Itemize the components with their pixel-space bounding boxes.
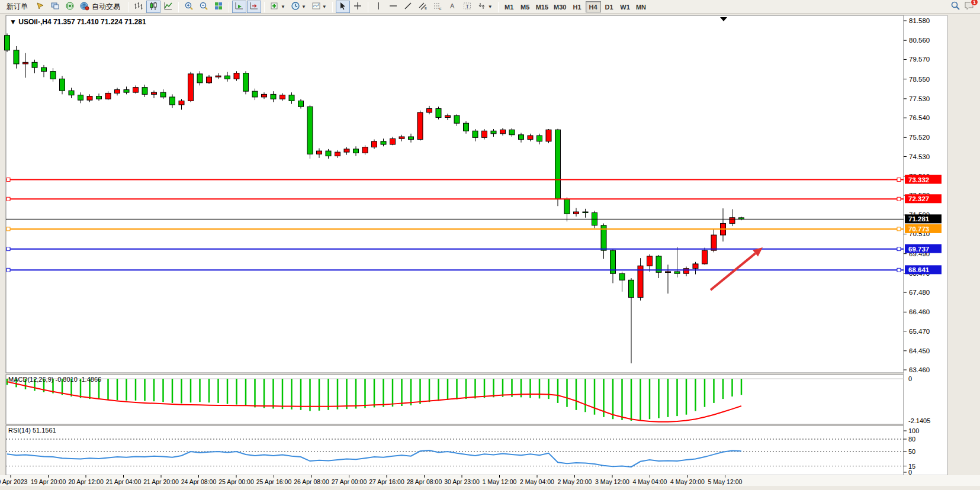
terminal-button[interactable] <box>48 1 62 13</box>
candle-body <box>509 130 515 134</box>
candle-body <box>730 218 735 224</box>
candle-body <box>87 96 92 101</box>
label-tool-button[interactable]: T <box>460 1 474 13</box>
chart-area[interactable]: ▼ USOil-,H4 71.357 71.410 71.224 71.2818… <box>0 14 980 490</box>
main-chart-panel[interactable] <box>6 15 904 373</box>
timeframe-button-m1[interactable]: M1 <box>502 1 517 12</box>
toolbar-separator <box>229 2 229 12</box>
line-chart-mode-button[interactable] <box>161 1 175 13</box>
candle-body <box>445 115 451 117</box>
candle-body <box>115 90 120 94</box>
periods-button[interactable]: ▼ <box>288 1 309 13</box>
timeframe-button-h1[interactable]: H1 <box>570 1 585 12</box>
monitors-icon <box>50 1 60 12</box>
indicators-button[interactable]: ▼ <box>268 1 288 13</box>
candle-body <box>234 73 239 79</box>
line-handle[interactable] <box>897 178 901 182</box>
candle-body <box>454 115 460 123</box>
time-axis-label: 26 Apr 08:00 <box>294 478 329 485</box>
candle-body <box>629 280 634 297</box>
candle-body <box>317 151 322 154</box>
price-axis-label: 78.550 <box>909 76 930 83</box>
line-handle[interactable] <box>7 268 10 272</box>
auto-scroll-button[interactable] <box>232 1 246 13</box>
candle-body <box>335 152 340 156</box>
svg-text:F: F <box>439 7 442 11</box>
time-axis-label: 30 Apr 23:00 <box>444 478 480 485</box>
price-axis-label: 81.580 <box>909 17 930 24</box>
time-axis-label: 4 May 04:00 <box>633 478 667 485</box>
new-order-button[interactable]: 新订单 <box>2 1 33 13</box>
line-handle[interactable] <box>897 268 901 272</box>
chart-shift-icon <box>249 1 259 12</box>
zoom-out-button[interactable] <box>197 1 211 13</box>
candle-body <box>289 95 294 101</box>
notifications-button[interactable]: 1 <box>964 1 975 13</box>
line-handle[interactable] <box>897 197 901 201</box>
candle-body <box>354 149 359 153</box>
cursor-button[interactable] <box>336 1 350 13</box>
vertical-line-icon <box>374 1 383 12</box>
chart-window-button[interactable] <box>33 1 47 13</box>
candle-body <box>32 62 37 67</box>
line-handle[interactable] <box>7 178 10 182</box>
candle-body <box>133 88 139 92</box>
equidistant-channel-icon: E <box>418 1 428 12</box>
templates-button[interactable]: ▼ <box>309 1 329 13</box>
zoom-in-button[interactable] <box>182 1 196 13</box>
candle-body <box>197 74 203 83</box>
auto-scroll-icon <box>234 1 244 12</box>
time-axis-label: 1 May 12:00 <box>483 478 517 485</box>
horizontal-line-tool-button[interactable] <box>386 1 400 13</box>
candle-body <box>564 199 570 214</box>
timeframe-button-d1[interactable]: D1 <box>602 1 617 12</box>
candle-body <box>69 91 74 95</box>
channel-tool-button[interactable]: E <box>416 1 430 13</box>
tile-windows-button[interactable] <box>211 1 226 13</box>
line-handle[interactable] <box>897 247 901 251</box>
toolbar-separator <box>332 2 333 12</box>
price-tag-label: 69.737 <box>908 246 929 253</box>
rsi-panel[interactable] <box>6 425 904 475</box>
time-axis-label: 25 Apr 00:00 <box>219 478 254 485</box>
candle-body <box>207 77 212 83</box>
timeframe-button-h4[interactable]: H4 <box>586 1 601 12</box>
timeframe-button-w1[interactable]: W1 <box>618 1 633 12</box>
chart-shift-button[interactable] <box>247 1 261 13</box>
candle-body <box>666 272 671 273</box>
line-handle[interactable] <box>7 247 10 251</box>
timeframe-button-m30[interactable]: M30 <box>551 1 568 12</box>
crosshair-button[interactable] <box>351 1 365 13</box>
toolbar-separator <box>264 2 265 12</box>
timeframe-button-m15[interactable]: M15 <box>534 1 551 12</box>
bar-chart-mode-button[interactable] <box>131 1 146 13</box>
arrows-tool-button[interactable]: ▼ <box>475 1 495 13</box>
candle-body <box>684 269 689 273</box>
search-icon[interactable] <box>950 1 960 13</box>
text-icon: A <box>448 1 457 12</box>
vertical-line-tool-button[interactable] <box>371 1 385 13</box>
macd-panel[interactable] <box>6 375 904 424</box>
price-axis-label: 80.560 <box>909 37 930 44</box>
text-tool-button[interactable]: A <box>445 1 460 13</box>
candle-body <box>674 272 680 273</box>
candle-body <box>307 107 313 154</box>
timeframe-button-m5[interactable]: M5 <box>518 1 533 12</box>
trendline-tool-button[interactable] <box>401 1 415 13</box>
candle-body <box>298 101 304 107</box>
timeframe-button-mn[interactable]: MN <box>634 1 649 12</box>
line-handle[interactable] <box>7 227 10 231</box>
line-handle[interactable] <box>897 227 901 231</box>
auto-trading-button[interactable]: 自动交易 <box>78 1 125 13</box>
candle-body <box>464 123 469 131</box>
candlestick-mode-button[interactable] <box>146 1 160 13</box>
candle-body <box>619 273 625 280</box>
candle-body <box>216 76 221 77</box>
fibonacci-tool-button[interactable]: F <box>430 1 445 13</box>
alerts-button[interactable] <box>63 1 77 13</box>
candle-body <box>14 50 19 64</box>
line-handle[interactable] <box>7 197 10 201</box>
candle-body <box>528 136 533 140</box>
candle-body <box>280 95 285 99</box>
candle-body <box>124 90 129 93</box>
